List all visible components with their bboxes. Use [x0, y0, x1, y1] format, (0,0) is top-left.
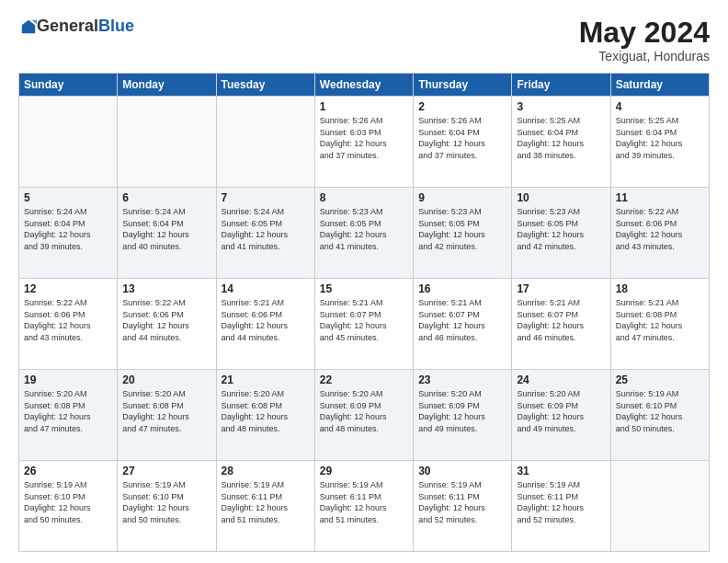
svg-marker-0: [22, 19, 35, 32]
calendar-cell: 18Sunrise: 5:21 AM Sunset: 6:08 PM Dayli…: [610, 279, 709, 370]
day-number: 12: [24, 282, 112, 295]
calendar-cell: 12Sunrise: 5:22 AM Sunset: 6:06 PM Dayli…: [19, 279, 118, 370]
header-friday: Friday: [512, 74, 610, 97]
logo-icon: [20, 18, 37, 35]
day-number: 9: [418, 191, 506, 204]
day-info: Sunrise: 5:19 AM Sunset: 6:10 PM Dayligh…: [24, 479, 112, 525]
day-info: Sunrise: 5:19 AM Sunset: 6:11 PM Dayligh…: [320, 479, 408, 525]
day-info: Sunrise: 5:24 AM Sunset: 6:04 PM Dayligh…: [24, 206, 112, 252]
calendar-cell: 31Sunrise: 5:19 AM Sunset: 6:11 PM Dayli…: [512, 461, 610, 552]
day-number: 10: [517, 191, 605, 204]
day-number: 24: [517, 373, 605, 386]
calendar-cell: 5Sunrise: 5:24 AM Sunset: 6:04 PM Daylig…: [19, 188, 118, 279]
day-info: Sunrise: 5:21 AM Sunset: 6:07 PM Dayligh…: [517, 297, 605, 343]
day-number: 6: [122, 191, 210, 204]
day-info: Sunrise: 5:22 AM Sunset: 6:06 PM Dayligh…: [24, 297, 112, 343]
day-info: Sunrise: 5:22 AM Sunset: 6:06 PM Dayligh…: [616, 206, 704, 252]
day-info: Sunrise: 5:19 AM Sunset: 6:10 PM Dayligh…: [616, 388, 704, 434]
day-number: 25: [616, 373, 704, 386]
day-number: 13: [122, 282, 210, 295]
day-info: Sunrise: 5:20 AM Sunset: 6:08 PM Dayligh…: [222, 388, 310, 434]
day-number: 26: [24, 465, 112, 477]
calendar-cell: 8Sunrise: 5:23 AM Sunset: 6:05 PM Daylig…: [314, 188, 413, 279]
calendar-cell: 19Sunrise: 5:20 AM Sunset: 6:08 PM Dayli…: [19, 370, 118, 461]
calendar-week-row: 5Sunrise: 5:24 AM Sunset: 6:04 PM Daylig…: [19, 188, 710, 279]
day-info: Sunrise: 5:26 AM Sunset: 6:03 PM Dayligh…: [320, 115, 408, 161]
logo: GeneralBlue: [18, 17, 134, 36]
calendar-cell: 7Sunrise: 5:24 AM Sunset: 6:05 PM Daylig…: [216, 188, 314, 279]
calendar-cell: 16Sunrise: 5:21 AM Sunset: 6:07 PM Dayli…: [414, 279, 512, 370]
day-number: 15: [320, 282, 408, 295]
calendar-cell: 24Sunrise: 5:20 AM Sunset: 6:09 PM Dayli…: [512, 370, 610, 461]
day-info: Sunrise: 5:19 AM Sunset: 6:11 PM Dayligh…: [418, 479, 506, 525]
header-wednesday: Wednesday: [314, 74, 413, 97]
calendar-cell: 30Sunrise: 5:19 AM Sunset: 6:11 PM Dayli…: [414, 461, 512, 552]
day-number: 4: [616, 100, 704, 113]
logo-blue-text: Blue: [98, 17, 134, 36]
calendar-week-row: 26Sunrise: 5:19 AM Sunset: 6:10 PM Dayli…: [19, 461, 710, 552]
title-block: May 2024 Texiguat, Honduras: [579, 17, 710, 63]
calendar-cell: 1Sunrise: 5:26 AM Sunset: 6:03 PM Daylig…: [314, 97, 413, 188]
header-monday: Monday: [118, 74, 216, 97]
day-info: Sunrise: 5:26 AM Sunset: 6:04 PM Dayligh…: [418, 115, 506, 161]
calendar-cell: [19, 97, 118, 188]
calendar-cell: 14Sunrise: 5:21 AM Sunset: 6:06 PM Dayli…: [216, 279, 314, 370]
day-number: 7: [222, 191, 310, 204]
day-info: Sunrise: 5:25 AM Sunset: 6:04 PM Dayligh…: [616, 115, 704, 161]
day-info: Sunrise: 5:20 AM Sunset: 6:09 PM Dayligh…: [517, 388, 605, 434]
day-info: Sunrise: 5:21 AM Sunset: 6:06 PM Dayligh…: [222, 297, 310, 343]
day-number: 21: [222, 373, 310, 386]
day-number: 17: [517, 282, 605, 295]
day-info: Sunrise: 5:21 AM Sunset: 6:08 PM Dayligh…: [616, 297, 704, 343]
day-number: 3: [517, 100, 605, 113]
day-info: Sunrise: 5:22 AM Sunset: 6:06 PM Dayligh…: [122, 297, 210, 343]
day-number: 18: [616, 282, 704, 295]
header-tuesday: Tuesday: [216, 74, 314, 97]
day-number: 16: [418, 282, 506, 295]
day-info: Sunrise: 5:24 AM Sunset: 6:05 PM Dayligh…: [222, 206, 310, 252]
header-thursday: Thursday: [414, 74, 512, 97]
day-info: Sunrise: 5:21 AM Sunset: 6:07 PM Dayligh…: [418, 297, 506, 343]
calendar-cell: 29Sunrise: 5:19 AM Sunset: 6:11 PM Dayli…: [314, 461, 413, 552]
day-info: Sunrise: 5:21 AM Sunset: 6:07 PM Dayligh…: [320, 297, 408, 343]
day-number: 2: [418, 100, 506, 113]
calendar-cell: 25Sunrise: 5:19 AM Sunset: 6:10 PM Dayli…: [610, 370, 709, 461]
calendar-cell: 17Sunrise: 5:21 AM Sunset: 6:07 PM Dayli…: [512, 279, 610, 370]
day-number: 14: [222, 282, 310, 295]
day-number: 1: [320, 100, 408, 113]
location-subtitle: Texiguat, Honduras: [579, 49, 710, 63]
day-info: Sunrise: 5:20 AM Sunset: 6:09 PM Dayligh…: [418, 388, 506, 434]
header-sunday: Sunday: [19, 74, 118, 97]
header-saturday: Saturday: [610, 74, 709, 97]
day-number: 19: [24, 373, 112, 386]
day-number: 31: [517, 465, 605, 477]
day-info: Sunrise: 5:20 AM Sunset: 6:08 PM Dayligh…: [122, 388, 210, 434]
calendar-cell: 26Sunrise: 5:19 AM Sunset: 6:10 PM Dayli…: [19, 461, 118, 552]
day-number: 29: [320, 465, 408, 477]
calendar-cell: 3Sunrise: 5:25 AM Sunset: 6:04 PM Daylig…: [512, 97, 610, 188]
day-info: Sunrise: 5:23 AM Sunset: 6:05 PM Dayligh…: [418, 206, 506, 252]
day-info: Sunrise: 5:23 AM Sunset: 6:05 PM Dayligh…: [320, 206, 408, 252]
day-number: 11: [616, 191, 704, 204]
logo-general-text: General: [37, 17, 98, 36]
calendar-cell: 6Sunrise: 5:24 AM Sunset: 6:04 PM Daylig…: [118, 188, 216, 279]
day-info: Sunrise: 5:19 AM Sunset: 6:10 PM Dayligh…: [122, 479, 210, 525]
calendar-cell: 21Sunrise: 5:20 AM Sunset: 6:08 PM Dayli…: [216, 370, 314, 461]
calendar-cell: 11Sunrise: 5:22 AM Sunset: 6:06 PM Dayli…: [610, 188, 709, 279]
calendar-cell: 2Sunrise: 5:26 AM Sunset: 6:04 PM Daylig…: [414, 97, 512, 188]
day-number: 28: [222, 465, 310, 477]
calendar-cell: [610, 461, 709, 552]
calendar-week-row: 19Sunrise: 5:20 AM Sunset: 6:08 PM Dayli…: [19, 370, 710, 461]
calendar-cell: 22Sunrise: 5:20 AM Sunset: 6:09 PM Dayli…: [314, 370, 413, 461]
calendar-cell: [216, 97, 314, 188]
calendar-cell: 15Sunrise: 5:21 AM Sunset: 6:07 PM Dayli…: [314, 279, 413, 370]
day-info: Sunrise: 5:25 AM Sunset: 6:04 PM Dayligh…: [517, 115, 605, 161]
calendar-cell: 9Sunrise: 5:23 AM Sunset: 6:05 PM Daylig…: [414, 188, 512, 279]
day-info: Sunrise: 5:23 AM Sunset: 6:05 PM Dayligh…: [517, 206, 605, 252]
calendar-cell: 23Sunrise: 5:20 AM Sunset: 6:09 PM Dayli…: [414, 370, 512, 461]
calendar-week-row: 1Sunrise: 5:26 AM Sunset: 6:03 PM Daylig…: [19, 97, 710, 188]
calendar-cell: [118, 97, 216, 188]
calendar-cell: 20Sunrise: 5:20 AM Sunset: 6:08 PM Dayli…: [118, 370, 216, 461]
calendar-cell: 4Sunrise: 5:25 AM Sunset: 6:04 PM Daylig…: [610, 97, 709, 188]
calendar-cell: 13Sunrise: 5:22 AM Sunset: 6:06 PM Dayli…: [118, 279, 216, 370]
